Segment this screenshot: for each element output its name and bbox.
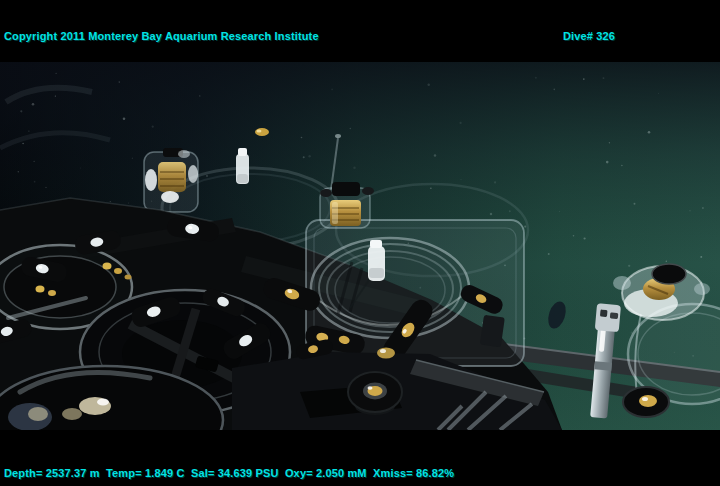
sensor-readout-line: Depth= 2537.37 m Temp= 1.849 C Sal= 34.6… xyxy=(4,466,454,480)
dive-number: Dive# 326 xyxy=(563,29,687,43)
mbari-video-still: Copyright 2011 Monterey Bay Aquarium Res… xyxy=(0,0,720,486)
sampler-top-left xyxy=(144,148,198,212)
video-frame xyxy=(0,62,720,430)
underwater-scene xyxy=(0,62,720,430)
copyright-line: Copyright 2011 Monterey Bay Aquarium Res… xyxy=(4,29,343,43)
